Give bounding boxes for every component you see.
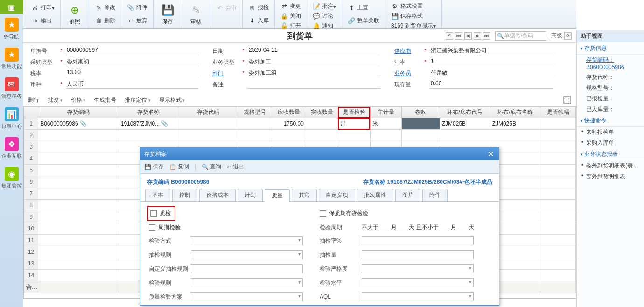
grid-del[interactable]: 删行 — [28, 96, 39, 104]
ruku-button[interactable]: ⬇入库 — [246, 16, 271, 26]
lbl-person[interactable]: 业务员 — [394, 70, 422, 77]
zhouqi-checkbox[interactable] — [149, 224, 155, 231]
zhengdan-button[interactable]: 🔗整单关联 — [346, 16, 381, 26]
sidenav-item-report[interactable]: 📊报表中心 — [0, 104, 23, 133]
qishen-button[interactable]: ↶弃审 — [214, 3, 238, 13]
val-remark[interactable] — [248, 80, 380, 89]
input-yange[interactable] — [362, 264, 474, 273]
qc-checkbox[interactable] — [150, 210, 157, 217]
geshi-button[interactable]: ⚙格式设置 — [389, 1, 438, 11]
nav-last-icon[interactable]: ⏭ — [483, 32, 490, 40]
baozhi-checkbox[interactable] — [320, 210, 326, 217]
nav-next-icon[interactable]: ▶ — [474, 32, 481, 40]
val-potype[interactable]: 委外期初 — [66, 58, 198, 66]
rp-sec-stock[interactable]: 存货信息 — [577, 42, 644, 55]
sidenav-item-group[interactable]: ◉集团管控 — [0, 163, 23, 193]
col-code[interactable]: 存货编码 — [38, 107, 119, 118]
nav-refresh-icon[interactable]: ⟳ — [564, 32, 572, 40]
rp-report-link[interactable]: 委外到货明细表 — [577, 171, 644, 182]
tab-custom[interactable]: 自定义项 — [319, 189, 355, 201]
advanced-link[interactable]: 高级 — [551, 32, 562, 40]
sidenav-item-msg[interactable]: ✉消息任务 — [0, 74, 23, 104]
baojian-button[interactable]: ⎘报检 — [246, 3, 271, 13]
val-date[interactable]: 2020-04-11 — [248, 47, 380, 55]
rp-quick-link[interactable]: 采购入库单 — [577, 138, 644, 148]
grid-batch[interactable]: 批改 — [48, 96, 63, 104]
col-dufu[interactable]: 是否独幅 — [540, 107, 576, 118]
dlg-save-button[interactable]: 💾保存 — [144, 163, 164, 171]
col-check[interactable]: 是否检验 — [338, 107, 370, 118]
sidenav-item-fav[interactable]: ★常用功能 — [0, 44, 23, 74]
rp-sec-report[interactable]: 业务状态报表 — [577, 148, 644, 160]
grid-expand-icon[interactable]: ⛶ — [563, 96, 571, 104]
input-cjl[interactable] — [362, 236, 474, 245]
table-row[interactable]: 1 B06000005986 📎 191087/ZJM0... 📎 1750.0… — [24, 118, 576, 130]
col-rownum[interactable] — [24, 107, 38, 118]
sidenav-item-network[interactable]: ❖企业互联 — [0, 133, 23, 163]
input-jygz[interactable] — [191, 278, 303, 287]
guanbi-button[interactable]: 🔒关闭 — [279, 11, 303, 21]
val-currency[interactable]: 人民币 — [66, 80, 198, 89]
grid-gen[interactable]: 生成批号 — [94, 96, 116, 104]
tab-control[interactable]: 控制 — [172, 189, 197, 201]
delete-button[interactable]: 🗑删除 — [93, 16, 117, 26]
grid-disp[interactable]: 显示格式 — [159, 96, 185, 104]
rp-link-code[interactable]: 存货编码：B06000005986 — [577, 55, 644, 72]
lbl-supplier[interactable]: 供应商 — [394, 47, 422, 55]
nav-undo-icon[interactable]: ↶ — [446, 32, 453, 40]
col-badcode[interactable]: 坏布/底布代号 — [440, 107, 490, 118]
col-name[interactable]: 存货名称 — [119, 107, 178, 118]
val-docno[interactable]: 0000000597 — [66, 47, 198, 55]
tab-batch[interactable]: 批次属性 — [357, 189, 393, 201]
nav-first-icon[interactable]: ⏮ — [455, 32, 462, 40]
app-logo-icon[interactable]: ▣ — [0, 0, 23, 14]
rp-report-link[interactable]: 委外到货明细表(表... — [577, 160, 644, 171]
input-jysp[interactable] — [362, 278, 474, 287]
val-dept[interactable]: 委外加工组 — [248, 69, 380, 77]
col-shouldqty[interactable]: 应收数量 — [272, 107, 306, 118]
col-realqty[interactable]: 实收数量 — [306, 107, 338, 118]
print-button[interactable]: 🖨打印 ▾ — [29, 3, 56, 13]
input-aql[interactable] — [362, 292, 474, 301]
grid-sort[interactable]: 排序定位 — [125, 96, 151, 104]
input-zlfangan[interactable] — [191, 292, 303, 301]
val-rate[interactable]: 1 — [430, 58, 553, 66]
biangeng-button[interactable]: ⇄变更 — [279, 1, 303, 11]
shangcha-button[interactable]: ⬆上查 — [346, 3, 381, 13]
val-supplier[interactable]: 浙江盛兴染整有限公司 — [430, 47, 553, 55]
col-unit[interactable]: 主计量 — [370, 107, 401, 118]
col-badname[interactable]: 坏布/底布名称 — [490, 107, 540, 118]
input-zdy[interactable] — [191, 264, 303, 273]
grid-price[interactable]: 价格 — [71, 96, 86, 104]
close-icon[interactable]: ✕ — [486, 150, 495, 159]
canzhao-button[interactable]: ⊕参照 — [64, 1, 85, 27]
dlg-query-button[interactable]: 🔍查询 — [202, 163, 221, 171]
taolun-button[interactable]: 💬讨论 — [311, 11, 338, 21]
save-button[interactable]: 💾保存 — [157, 1, 178, 27]
rp-quick-link[interactable]: 来料报检单 — [577, 127, 644, 138]
tab-attach[interactable]: 附件 — [422, 189, 448, 201]
tab-plan[interactable]: 计划 — [238, 189, 263, 201]
val-tax[interactable]: 13.00 — [66, 69, 198, 77]
baocunfmt-button[interactable]: 💾保存格式 — [389, 11, 438, 21]
col-spec[interactable]: 规格型号 — [238, 107, 272, 118]
tab-quality[interactable]: 质量 — [265, 189, 290, 202]
input-cjgz[interactable] — [191, 250, 303, 259]
input-jyfs[interactable] — [191, 236, 303, 245]
input-cjliang[interactable] — [362, 250, 474, 259]
val-person[interactable]: 任岳敏 — [430, 69, 553, 77]
shenhe-button[interactable]: ✎审核 — [186, 1, 206, 27]
dlg-copy-button[interactable]: 📋复制 — [169, 163, 189, 171]
sidenav-item-nav[interactable]: ★务导航 — [0, 14, 23, 44]
lbl-dept[interactable]: 部门 — [212, 70, 240, 77]
tab-basic[interactable]: 基本 — [145, 189, 170, 201]
modify-button[interactable]: ✎修改 — [93, 3, 117, 13]
dlg-exit-button[interactable]: ↩退出 — [227, 163, 244, 171]
rp-sec-quick[interactable]: 快捷命令 — [577, 115, 644, 127]
val-biztype[interactable]: 委外加工 — [248, 58, 380, 66]
nav-prev-icon[interactable]: ◀ — [464, 32, 472, 40]
col-rolls[interactable]: 卷数 — [401, 107, 440, 118]
output-button[interactable]: ➜输出 — [29, 16, 56, 26]
tab-image[interactable]: 图片 — [395, 189, 420, 201]
fangqi-button[interactable]: ↩放弃 — [125, 16, 149, 26]
